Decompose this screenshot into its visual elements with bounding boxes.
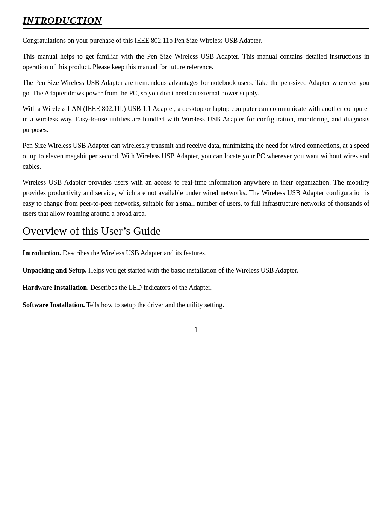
intro-para-5: Pen Size Wireless USB Adapter can wirele… bbox=[23, 141, 369, 172]
guide-item-unpacking-label: Unpacking and Setup. bbox=[23, 267, 87, 274]
overview-section-title: Overview of this User’s Guide bbox=[23, 224, 369, 240]
intro-para-6: Wireless USB Adapter provides users with… bbox=[23, 177, 369, 220]
intro-para-1: Congratulations on your purchase of this… bbox=[23, 36, 369, 46]
intro-para-4: With a Wireless LAN (IEEE 802.11b) USB 1… bbox=[23, 104, 369, 135]
page-number: 1 bbox=[23, 322, 369, 334]
guide-item-introduction-label: Introduction. bbox=[23, 249, 61, 257]
guide-item-software: Software Installation. Tells how to setu… bbox=[23, 300, 369, 311]
guide-item-introduction: Introduction. Describes the Wireless USB… bbox=[23, 248, 369, 259]
overview-items: Introduction. Describes the Wireless USB… bbox=[23, 248, 369, 311]
guide-item-unpacking: Unpacking and Setup. Helps you get start… bbox=[23, 265, 369, 276]
intro-para-2: This manual helps to get familiar with t… bbox=[23, 52, 369, 73]
intro-para-3: The Pen Size Wireless USB Adapter are tr… bbox=[23, 78, 369, 99]
guide-item-hardware-label: Hardware Installation. bbox=[23, 284, 89, 291]
guide-item-hardware: Hardware Installation. Describes the LED… bbox=[23, 283, 369, 293]
guide-item-software-label: Software Installation. bbox=[23, 301, 85, 309]
guide-item-hardware-text: Describes the LED indicators of the Adap… bbox=[89, 284, 212, 291]
guide-item-introduction-text: Describes the Wireless USB Adapter and i… bbox=[61, 249, 206, 257]
guide-item-software-text: Tells how to setup the driver and the ut… bbox=[85, 301, 224, 309]
intro-paragraphs: Congratulations on your purchase of this… bbox=[23, 36, 369, 219]
overview-divider bbox=[23, 242, 369, 242]
page-title: INTRODUCTION bbox=[23, 15, 369, 26]
guide-item-unpacking-text: Helps you get started with the basic ins… bbox=[87, 267, 298, 274]
title-divider bbox=[23, 28, 369, 29]
